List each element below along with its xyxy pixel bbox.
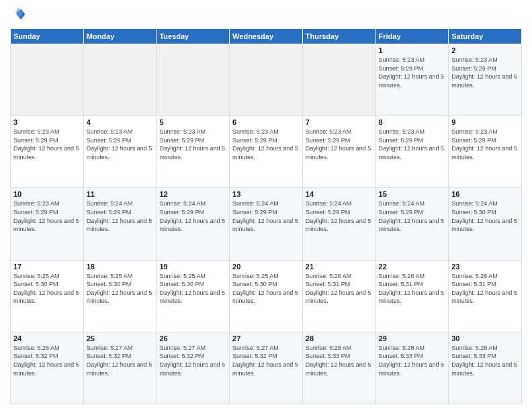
day-cell: 10Sunrise: 5:23 AM Sunset: 5:29 PM Dayli… [11, 188, 84, 260]
day-info: Sunrise: 5:26 AM Sunset: 5:32 PM Dayligh… [13, 344, 81, 377]
day-cell: 9Sunrise: 5:23 AM Sunset: 5:29 PM Daylig… [449, 116, 522, 188]
day-number: 29 [379, 334, 446, 342]
day-number: 10 [13, 190, 81, 198]
day-number: 26 [159, 334, 226, 342]
day-info: Sunrise: 5:24 AM Sunset: 5:29 PM Dayligh… [306, 199, 373, 233]
day-number: 3 [13, 118, 81, 126]
day-number: 14 [306, 190, 373, 198]
col-header-friday: Friday [375, 29, 449, 44]
day-number: 4 [87, 118, 154, 126]
day-cell: 30Sunrise: 5:28 AM Sunset: 5:33 PM Dayli… [449, 332, 522, 404]
day-number: 7 [306, 118, 373, 126]
day-number: 17 [13, 263, 81, 271]
header-row: SundayMondayTuesdayWednesdayThursdayFrid… [11, 29, 522, 44]
day-number: 19 [159, 263, 226, 271]
day-info: Sunrise: 5:23 AM Sunset: 5:29 PM Dayligh… [159, 128, 226, 161]
day-cell: 14Sunrise: 5:24 AM Sunset: 5:29 PM Dayli… [302, 188, 375, 260]
calendar-page: SundayMondayTuesdayWednesdayThursdayFrid… [0, 0, 532, 411]
day-info: Sunrise: 5:25 AM Sunset: 5:30 PM Dayligh… [13, 272, 81, 306]
day-cell: 29Sunrise: 5:28 AM Sunset: 5:33 PM Dayli… [375, 332, 449, 404]
day-cell: 6Sunrise: 5:23 AM Sunset: 5:29 PM Daylig… [230, 116, 303, 188]
col-header-sunday: Sunday [11, 29, 84, 44]
day-number: 28 [306, 334, 373, 342]
day-info: Sunrise: 5:23 AM Sunset: 5:29 PM Dayligh… [379, 128, 446, 161]
header [10, 7, 522, 23]
week-row-4: 24Sunrise: 5:26 AM Sunset: 5:32 PM Dayli… [11, 332, 522, 404]
day-number: 23 [451, 263, 519, 271]
day-info: Sunrise: 5:25 AM Sunset: 5:30 PM Dayligh… [232, 272, 300, 306]
day-cell: 8Sunrise: 5:23 AM Sunset: 5:29 PM Daylig… [375, 116, 449, 188]
day-number: 2 [451, 46, 519, 54]
day-info: Sunrise: 5:28 AM Sunset: 5:33 PM Dayligh… [451, 344, 519, 377]
day-cell: 3Sunrise: 5:23 AM Sunset: 5:29 PM Daylig… [11, 116, 84, 188]
day-cell: 27Sunrise: 5:27 AM Sunset: 5:32 PM Dayli… [230, 332, 303, 404]
day-info: Sunrise: 5:27 AM Sunset: 5:32 PM Dayligh… [232, 344, 300, 377]
week-row-2: 10Sunrise: 5:23 AM Sunset: 5:29 PM Dayli… [11, 188, 522, 260]
day-number: 25 [87, 334, 154, 342]
day-info: Sunrise: 5:26 AM Sunset: 5:31 PM Dayligh… [306, 272, 373, 306]
day-number: 15 [379, 190, 446, 198]
day-number: 12 [159, 190, 226, 198]
day-info: Sunrise: 5:26 AM Sunset: 5:31 PM Dayligh… [379, 272, 446, 306]
calendar-table: SundayMondayTuesdayWednesdayThursdayFrid… [10, 28, 522, 404]
logo [10, 7, 29, 23]
day-number: 6 [232, 118, 300, 126]
day-cell: 23Sunrise: 5:26 AM Sunset: 5:31 PM Dayli… [449, 260, 522, 332]
day-cell: 16Sunrise: 5:24 AM Sunset: 5:30 PM Dayli… [449, 188, 522, 260]
day-info: Sunrise: 5:24 AM Sunset: 5:29 PM Dayligh… [159, 199, 226, 233]
day-number: 9 [451, 118, 519, 126]
day-cell: 4Sunrise: 5:23 AM Sunset: 5:29 PM Daylig… [83, 116, 157, 188]
day-cell [11, 44, 84, 116]
day-cell: 15Sunrise: 5:24 AM Sunset: 5:29 PM Dayli… [375, 188, 449, 260]
day-number: 5 [159, 118, 226, 126]
day-cell: 18Sunrise: 5:25 AM Sunset: 5:30 PM Dayli… [83, 260, 157, 332]
day-number: 8 [379, 118, 446, 126]
day-info: Sunrise: 5:28 AM Sunset: 5:33 PM Dayligh… [306, 344, 373, 377]
day-cell [83, 44, 157, 116]
day-cell: 11Sunrise: 5:24 AM Sunset: 5:29 PM Dayli… [83, 188, 157, 260]
day-cell: 24Sunrise: 5:26 AM Sunset: 5:32 PM Dayli… [11, 332, 84, 404]
day-cell: 2Sunrise: 5:23 AM Sunset: 5:29 PM Daylig… [449, 44, 522, 116]
day-number: 27 [232, 334, 300, 342]
day-info: Sunrise: 5:27 AM Sunset: 5:32 PM Dayligh… [87, 344, 154, 377]
day-info: Sunrise: 5:23 AM Sunset: 5:29 PM Dayligh… [451, 128, 519, 161]
week-row-1: 3Sunrise: 5:23 AM Sunset: 5:29 PM Daylig… [11, 116, 522, 188]
week-row-3: 17Sunrise: 5:25 AM Sunset: 5:30 PM Dayli… [11, 260, 522, 332]
day-number: 11 [87, 190, 154, 198]
day-info: Sunrise: 5:23 AM Sunset: 5:29 PM Dayligh… [13, 128, 81, 161]
col-header-wednesday: Wednesday [230, 29, 303, 44]
day-cell [157, 44, 230, 116]
day-number: 21 [306, 263, 373, 271]
day-cell: 17Sunrise: 5:25 AM Sunset: 5:30 PM Dayli… [11, 260, 84, 332]
day-number: 20 [232, 263, 300, 271]
day-cell: 25Sunrise: 5:27 AM Sunset: 5:32 PM Dayli… [83, 332, 157, 404]
day-cell: 5Sunrise: 5:23 AM Sunset: 5:29 PM Daylig… [157, 116, 230, 188]
day-info: Sunrise: 5:24 AM Sunset: 5:30 PM Dayligh… [451, 199, 519, 233]
day-number: 18 [87, 263, 154, 271]
day-cell: 7Sunrise: 5:23 AM Sunset: 5:29 PM Daylig… [302, 116, 375, 188]
day-info: Sunrise: 5:25 AM Sunset: 5:30 PM Dayligh… [159, 272, 226, 306]
day-cell: 26Sunrise: 5:27 AM Sunset: 5:32 PM Dayli… [157, 332, 230, 404]
day-info: Sunrise: 5:25 AM Sunset: 5:30 PM Dayligh… [87, 272, 154, 306]
day-cell: 12Sunrise: 5:24 AM Sunset: 5:29 PM Dayli… [157, 188, 230, 260]
day-info: Sunrise: 5:23 AM Sunset: 5:29 PM Dayligh… [13, 199, 81, 233]
col-header-saturday: Saturday [449, 29, 522, 44]
day-info: Sunrise: 5:23 AM Sunset: 5:29 PM Dayligh… [451, 56, 519, 89]
day-number: 24 [13, 334, 81, 342]
day-info: Sunrise: 5:23 AM Sunset: 5:29 PM Dayligh… [306, 128, 373, 161]
day-info: Sunrise: 5:27 AM Sunset: 5:32 PM Dayligh… [159, 344, 226, 377]
day-number: 22 [379, 263, 446, 271]
day-info: Sunrise: 5:28 AM Sunset: 5:33 PM Dayligh… [379, 344, 446, 377]
col-header-tuesday: Tuesday [157, 29, 230, 44]
day-info: Sunrise: 5:24 AM Sunset: 5:29 PM Dayligh… [87, 199, 154, 233]
day-number: 13 [232, 190, 300, 198]
day-cell [230, 44, 303, 116]
day-info: Sunrise: 5:26 AM Sunset: 5:31 PM Dayligh… [451, 272, 519, 306]
day-cell: 1Sunrise: 5:23 AM Sunset: 5:29 PM Daylig… [375, 44, 449, 116]
day-number: 1 [379, 46, 446, 54]
day-info: Sunrise: 5:24 AM Sunset: 5:29 PM Dayligh… [232, 199, 300, 233]
day-cell: 28Sunrise: 5:28 AM Sunset: 5:33 PM Dayli… [302, 332, 375, 404]
day-cell: 13Sunrise: 5:24 AM Sunset: 5:29 PM Dayli… [230, 188, 303, 260]
logo-icon [10, 7, 26, 23]
col-header-monday: Monday [83, 29, 157, 44]
